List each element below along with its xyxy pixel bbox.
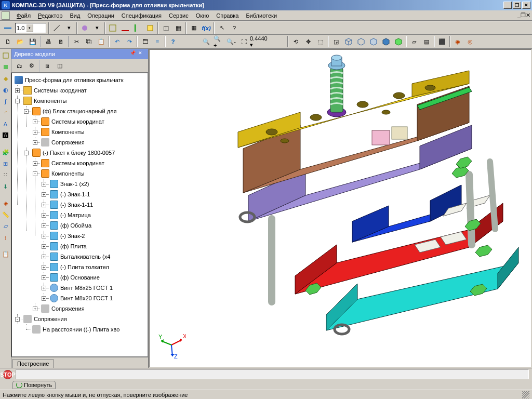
insert-icon[interactable]: ⬇ [1, 182, 10, 191]
perspective-icon[interactable]: ▱ [408, 36, 420, 47]
close-button[interactable]: ✕ [522, 2, 530, 9]
redo-button[interactable]: ↷ [124, 36, 135, 47]
plane-tool-icon[interactable]: ▱ [1, 221, 10, 231]
line-dropdown-icon[interactable]: ▾ [63, 22, 75, 34]
zoom-in-icon[interactable]: 🔍+ [213, 36, 224, 47]
menu-file[interactable]: ФФайлайл [13, 11, 34, 20]
doc-icon[interactable] [2, 11, 10, 20]
properties-button[interactable]: 🗔 [139, 36, 151, 47]
revolve-icon[interactable]: ◐ [1, 85, 10, 95]
pan-icon[interactable]: ✥ [302, 36, 314, 47]
copy-button[interactable]: ⿻ [83, 36, 95, 47]
expand-icon[interactable]: + [42, 265, 46, 270]
section-icon[interactable]: ▤ [421, 36, 432, 47]
tree-config-icon[interactable]: ⚙ [26, 60, 37, 72]
spec-tool-icon[interactable]: 📋 [1, 249, 10, 259]
expand-icon[interactable]: + [33, 161, 37, 166]
menu-view[interactable]: Вид [66, 11, 84, 20]
restore-button[interactable]: ❐ [513, 2, 521, 9]
tree-item[interactable]: Знак-1 (x2) [50, 179, 146, 189]
tree-packet[interactable]: (-) Пакет к блоку 1800-0057 [32, 148, 146, 158]
tree-item[interactable]: Выталкиватель (x4 [50, 251, 146, 262]
tree-item[interactable]: (-) Плита толкател [50, 262, 146, 272]
tab-construction[interactable]: Построение [12, 359, 54, 368]
no-hidden-icon[interactable] [368, 36, 379, 47]
tree-item[interactable]: Винт М8x25 ГОСТ 1 [50, 283, 146, 293]
menu-operations[interactable]: Операции [84, 11, 117, 20]
axis-tool-icon[interactable]: ↕ [1, 233, 10, 242]
expand-icon[interactable]: + [42, 275, 46, 280]
coords-grid-icon[interactable] [107, 22, 118, 34]
mate-icon[interactable]: ⊞ [1, 159, 10, 168]
expand-icon[interactable]: + [15, 88, 20, 93]
rebuild-all-icon[interactable]: ◎ [464, 36, 476, 47]
expand-icon[interactable]: + [42, 223, 46, 228]
open-button[interactable]: 📂 [15, 36, 26, 47]
mdi-close-button[interactable]: ✕ [526, 12, 530, 19]
menu-service[interactable]: Сервис [165, 11, 192, 20]
cut-extrude-icon[interactable]: ◆ [1, 74, 10, 83]
wireframe-icon[interactable] [343, 36, 354, 47]
shaded-edges-icon[interactable] [393, 36, 404, 47]
surface-icon[interactable]: ◈ [1, 198, 10, 208]
mdi-restore-button[interactable]: ❐ [521, 12, 526, 19]
stop-icon[interactable]: STOP [3, 370, 12, 379]
expand-icon[interactable]: + [33, 130, 37, 135]
scale-combo[interactable]: 1.0▾ [15, 23, 46, 33]
expand-icon[interactable]: + [42, 182, 46, 187]
grid-icon[interactable]: ▦ [188, 22, 200, 34]
expand-icon[interactable]: + [42, 255, 46, 259]
simplify-icon[interactable]: ⬛ [436, 36, 448, 47]
print-button[interactable]: 🖶 [43, 36, 54, 47]
orient-icon[interactable]: ⬚ [315, 36, 326, 47]
hidden-lines-icon[interactable] [355, 36, 367, 47]
tree-item[interactable]: (-) Знак-1-11 [50, 200, 146, 210]
tree-mates[interactable]: Сопряжения [23, 314, 146, 324]
point-color-icon[interactable] [79, 22, 90, 34]
3d-viewport[interactable]: X Y Z [149, 49, 532, 368]
tree-item[interactable]: Винт М8x20 ГОСТ 1 [50, 293, 146, 303]
tree-item[interactable]: Компоненты [41, 127, 146, 137]
fx-icon[interactable]: f(x) [201, 22, 212, 34]
tree-item[interactable]: (ф) Основание [50, 272, 146, 283]
help-context-icon[interactable]: ? [229, 22, 240, 34]
menu-edit[interactable]: Редактор [34, 11, 66, 20]
zoom-out-icon[interactable]: 🔍- [225, 36, 237, 47]
tree-item[interactable]: Системы координат [41, 158, 146, 168]
rotate-icon[interactable]: ⟲ [290, 36, 301, 47]
tree-part-icon[interactable]: ◫ [54, 60, 65, 72]
tree-item[interactable]: Системы координат [41, 116, 146, 127]
collapse-icon[interactable]: - [15, 317, 20, 322]
menu-help[interactable]: Справка [212, 11, 242, 20]
resize-grip-icon[interactable] [522, 391, 529, 398]
tree-item[interactable]: Сопряжения [41, 303, 146, 314]
zoom-combo[interactable]: 0.4440▾ [250, 35, 286, 48]
collapse-icon[interactable]: - [24, 151, 29, 155]
tree-item[interactable]: (-) Знак-1-1 [50, 189, 146, 200]
tree-block[interactable]: (ф) Блок стационарный для [32, 106, 146, 116]
model-tree[interactable]: Пресс-форма для отливки крыльчатк +Систе… [11, 73, 148, 357]
axis-y-icon[interactable] [132, 22, 143, 34]
tab-rotate[interactable]: Повернуть [12, 381, 56, 389]
tree-item[interactable]: (-) Знак-2 [50, 231, 146, 241]
extrude-icon[interactable] [1, 62, 10, 72]
tree-display-icon[interactable]: 🗂 [14, 60, 25, 72]
text-icon[interactable]: 🅰 [1, 131, 10, 140]
help-button[interactable]: ? [167, 36, 179, 47]
tree-pin-icon[interactable]: 📌 [130, 50, 137, 58]
edit-sketch-icon[interactable] [1, 51, 10, 60]
auto-line-icon[interactable] [51, 22, 62, 34]
tree-root[interactable]: Пресс-форма для отливки крыльчатк [15, 75, 146, 85]
save-button[interactable]: 💾 [27, 36, 38, 47]
style-dropdown-icon[interactable] [2, 22, 14, 34]
tree-doc-icon[interactable]: 🗎 [42, 60, 53, 72]
pattern-icon[interactable]: ∷ [1, 170, 10, 180]
zoom-area-icon[interactable]: 🔍 [201, 36, 212, 47]
menu-specification[interactable]: Спецификация [118, 11, 165, 20]
minimize-button[interactable]: _ [503, 2, 512, 9]
tree-coordsys[interactable]: Системы координат [23, 85, 146, 96]
tree-item[interactable]: (ф) Обойма [50, 220, 146, 231]
tree-item[interactable]: Сопряжения [41, 137, 146, 148]
new-button[interactable]: 🗋 [2, 36, 14, 47]
expand-icon[interactable]: + [33, 140, 37, 145]
